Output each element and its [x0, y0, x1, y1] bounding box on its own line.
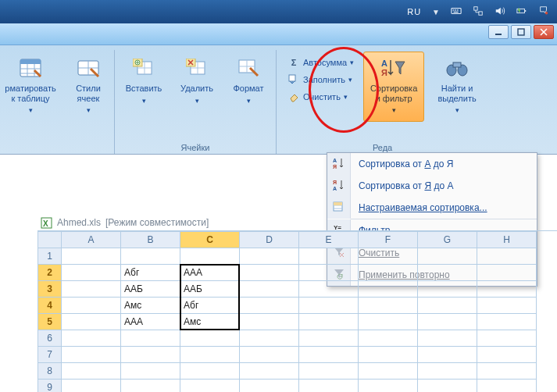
action-center-icon[interactable] — [538, 5, 549, 18]
cell[interactable] — [299, 298, 359, 314]
cell[interactable] — [359, 248, 418, 265]
cell[interactable] — [359, 380, 418, 393]
cell[interactable] — [62, 248, 121, 265]
cell[interactable] — [418, 347, 477, 363]
minimize-button[interactable] — [488, 25, 509, 39]
cell[interactable] — [359, 363, 418, 380]
cell[interactable] — [477, 298, 537, 314]
column-header[interactable]: F — [359, 232, 418, 248]
cell[interactable]: ААБ — [180, 281, 240, 298]
cell[interactable]: Абг — [121, 265, 180, 281]
cell[interactable] — [418, 314, 477, 330]
cell[interactable] — [299, 347, 359, 363]
cell[interactable] — [240, 281, 299, 298]
row-header[interactable]: 3 — [38, 281, 62, 298]
cell[interactable] — [121, 380, 180, 393]
row-header[interactable]: 8 — [38, 363, 62, 380]
cell[interactable] — [299, 265, 359, 281]
cell[interactable] — [180, 330, 240, 347]
autosum-button[interactable]: Σ Автосумма ▾ — [284, 55, 357, 70]
fill-button[interactable]: Заполнить ▾ — [284, 72, 357, 87]
cell[interactable] — [62, 281, 121, 298]
column-header[interactable]: E — [299, 232, 359, 248]
format-button[interactable]: Формат▾ — [226, 52, 271, 122]
cell[interactable] — [121, 347, 180, 363]
row-header[interactable]: 9 — [38, 380, 62, 393]
cell[interactable] — [62, 380, 121, 393]
cell[interactable] — [62, 330, 121, 347]
cell[interactable] — [299, 248, 359, 265]
cell[interactable] — [240, 248, 299, 265]
column-header[interactable]: G — [418, 232, 477, 248]
column-header[interactable]: B — [121, 232, 180, 248]
clear-button[interactable]: Очистить ▾ — [284, 89, 357, 105]
sort-filter-button[interactable]: АЯ Сортировка и фильтр▾ — [363, 52, 424, 122]
cell[interactable] — [477, 330, 537, 347]
cell[interactable] — [418, 380, 477, 393]
cell[interactable] — [62, 347, 121, 363]
volume-icon[interactable] — [495, 5, 505, 18]
column-header[interactable]: C — [180, 232, 240, 248]
cell[interactable] — [180, 363, 240, 380]
menu-item-sort-az[interactable]: АЯ Сортировка от А до Я — [327, 153, 537, 175]
cell[interactable]: ААБ — [121, 281, 180, 298]
cell[interactable] — [418, 281, 477, 298]
cell[interactable] — [121, 248, 180, 265]
format-as-table-button[interactable]: рматировать к таблицу▾ — [0, 52, 61, 122]
cell[interactable] — [62, 363, 121, 380]
cell[interactable] — [418, 330, 477, 347]
cell[interactable] — [477, 265, 537, 281]
cell[interactable]: ААА — [180, 265, 240, 281]
row-header[interactable]: 4 — [38, 298, 62, 314]
cell[interactable] — [240, 380, 299, 393]
cell[interactable]: Амс — [121, 298, 180, 314]
delete-button[interactable]: Удалить▾ — [174, 52, 220, 122]
cell[interactable] — [121, 330, 180, 347]
cell[interactable] — [477, 281, 537, 298]
cell[interactable] — [299, 330, 359, 347]
row-header[interactable]: 7 — [38, 347, 62, 363]
language-indicator[interactable]: RU — [407, 7, 421, 16]
cell[interactable] — [299, 314, 359, 330]
cell[interactable] — [180, 380, 240, 393]
cell[interactable] — [477, 314, 537, 330]
spreadsheet-grid[interactable]: ABCDEFGH12АбгААА3ААБААБ4АмсАбг5ААААмс678… — [37, 230, 557, 392]
menu-item-sort-za[interactable]: ЯА Сортировка от Я до А — [327, 175, 537, 197]
keyboard-icon[interactable] — [451, 5, 462, 18]
close-button[interactable] — [534, 25, 554, 39]
cell[interactable] — [240, 265, 299, 281]
cell[interactable] — [418, 298, 477, 314]
maximize-button[interactable] — [511, 25, 531, 39]
cell[interactable] — [62, 314, 121, 330]
network-icon[interactable] — [473, 5, 484, 18]
cell[interactable] — [240, 298, 299, 314]
cell[interactable] — [180, 248, 240, 265]
cell[interactable] — [359, 314, 418, 330]
cell[interactable] — [240, 347, 299, 363]
cell[interactable] — [418, 265, 477, 281]
cell[interactable] — [240, 363, 299, 380]
cell[interactable] — [299, 363, 359, 380]
column-header[interactable]: A — [62, 232, 121, 248]
cell[interactable] — [477, 248, 537, 265]
find-select-button[interactable]: Найти и выделить▾ — [430, 52, 484, 122]
cell-styles-button[interactable]: Стили ячеек▾ — [67, 52, 109, 122]
cell[interactable] — [477, 363, 537, 380]
cell[interactable] — [180, 347, 240, 363]
row-header[interactable]: 6 — [38, 330, 62, 347]
cell[interactable]: ААА — [121, 314, 180, 330]
cell[interactable] — [299, 281, 359, 298]
cell[interactable] — [359, 298, 418, 314]
row-header[interactable]: 2 — [38, 265, 62, 281]
cell[interactable] — [121, 363, 180, 380]
cell[interactable] — [359, 330, 418, 347]
column-header[interactable]: D — [240, 232, 299, 248]
cell[interactable]: Абг — [180, 298, 240, 314]
cell[interactable] — [359, 265, 418, 281]
cell[interactable] — [477, 380, 537, 393]
cell[interactable] — [418, 363, 477, 380]
row-header[interactable]: 5 — [38, 314, 62, 330]
battery-icon[interactable] — [516, 5, 527, 18]
cell[interactable] — [418, 248, 477, 265]
cell[interactable] — [240, 314, 299, 330]
